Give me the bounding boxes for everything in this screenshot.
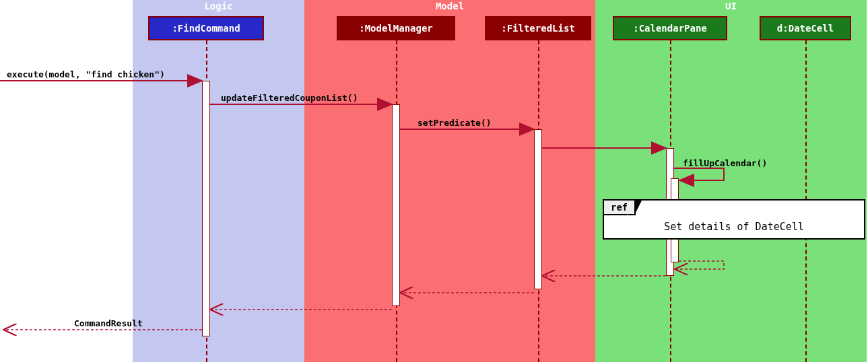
partition-logic-label: Logic (133, 1, 304, 11)
activation-filteredlist (534, 129, 542, 289)
ref-tab-label: ref (611, 202, 628, 213)
participant-modelmanager: :ModelManager (337, 16, 455, 40)
msg-fillup-label: fillUpCalendar() (683, 158, 767, 168)
participant-findcommand-label: :FindCommand (172, 23, 240, 34)
ref-text: Set details of DateCell (604, 221, 864, 233)
participant-calendarpane-label: :CalendarPane (633, 23, 707, 34)
partition-model-label: Model (304, 1, 595, 11)
partition-logic: Logic (133, 0, 304, 362)
partition-model: Model (304, 0, 595, 362)
participant-datecell: d:DateCell (760, 16, 851, 40)
msg-execute-label: execute(model, "find chicken") (7, 69, 165, 79)
partition-ui: UI (595, 0, 867, 362)
activation-modelmanager (392, 104, 400, 306)
participant-modelmanager-label: :ModelManager (359, 23, 433, 34)
ref-tab: ref (603, 199, 636, 215)
msg-setpredicate-label: setPredicate() (418, 118, 492, 128)
msg-commandresult-label: CommandResult (74, 318, 143, 328)
participant-filteredlist-label: :FilteredList (501, 23, 575, 34)
ref-fragment: ref Set details of DateCell (603, 199, 865, 240)
participant-datecell-label: d:DateCell (777, 23, 834, 34)
partition-ui-label: UI (595, 1, 867, 11)
activation-findcommand (202, 81, 210, 336)
participant-filteredlist: :FilteredList (485, 16, 591, 40)
participant-findcommand: :FindCommand (148, 16, 264, 40)
msg-updatelist-label: updateFilteredCouponList() (221, 93, 358, 103)
participant-calendarpane: :CalendarPane (613, 16, 727, 40)
